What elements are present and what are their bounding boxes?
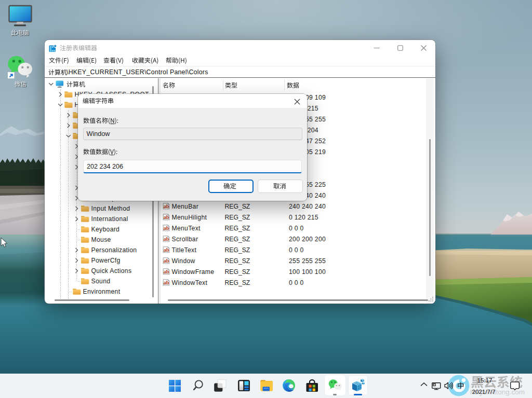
- svg-text:ab: ab: [164, 225, 169, 231]
- svg-text:ab: ab: [164, 280, 169, 285]
- svg-text:ab: ab: [164, 247, 169, 253]
- svg-text:ab: ab: [164, 269, 169, 275]
- svg-text:ab: ab: [164, 258, 169, 264]
- svg-text:ab: ab: [164, 236, 169, 242]
- svg-text:ab: ab: [164, 214, 169, 220]
- svg-text:ab: ab: [164, 203, 169, 209]
